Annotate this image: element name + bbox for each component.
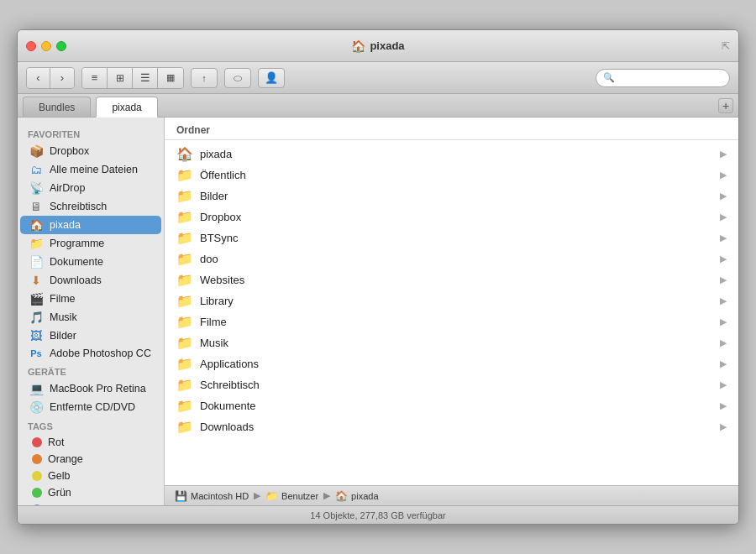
orange-dot — [32, 454, 42, 464]
view-grid-button[interactable]: ⊞ — [108, 68, 133, 88]
search-box[interactable]: 🔍 — [596, 69, 730, 87]
sidebar-label-pixada: pixada — [50, 219, 81, 231]
path-macintosh-hd[interactable]: Macintosh HD — [191, 491, 249, 501]
sidebar: FAVORITEN 📦 Dropbox 🗂 Alle meine Dateien… — [18, 118, 165, 505]
tab-add-button[interactable]: + — [718, 98, 733, 113]
main-area: FAVORITEN 📦 Dropbox 🗂 Alle meine Dateien… — [18, 118, 738, 505]
folder-row-library[interactable]: 📁 Library ▶ — [165, 290, 738, 311]
sidebar-item-rot[interactable]: Rot — [20, 434, 161, 451]
folder-filme-name: Filme — [200, 316, 713, 328]
chevron-dokumente: ▶ — [720, 400, 727, 411]
sidebar-item-gelb[interactable]: Gelb — [20, 468, 161, 484]
sidebar-item-filme[interactable]: 🎬 Filme — [20, 290, 161, 308]
chevron-library: ▶ — [720, 295, 727, 306]
sidebar-item-dokumente[interactable]: 📄 Dokumente — [20, 253, 161, 271]
folder-row-websites[interactable]: 📁 Websites ▶ — [165, 269, 738, 290]
view-cover-button[interactable]: ▦ — [158, 68, 183, 88]
pathbar: 💾 Macintosh HD ▶ 📁 Benutzer ▶ 🏠 pixada — [165, 485, 738, 505]
photoshop-icon: Ps — [29, 348, 44, 358]
sidebar-label-macbook: MacBook Pro Retina — [50, 383, 146, 395]
folder-row-applications[interactable]: 📁 Applications ▶ — [165, 353, 738, 374]
sidebar-section-favoriten: FAVORITEN — [18, 124, 164, 142]
folder-row-dropbox[interactable]: 📁 Dropbox ▶ — [165, 206, 738, 227]
sidebar-item-downloads[interactable]: ⬇ Downloads — [20, 271, 161, 290]
sidebar-section-tags: TAGS — [18, 416, 164, 434]
close-button[interactable] — [26, 41, 36, 51]
nav-buttons: ‹ › — [26, 67, 75, 89]
folder-row-filme[interactable]: 📁 Filme ▶ — [165, 311, 738, 332]
filme-icon: 🎬 — [29, 292, 44, 306]
maximize-button[interactable] — [56, 41, 66, 51]
sidebar-item-orange[interactable]: Orange — [20, 451, 161, 468]
sidebar-item-cd-dvd[interactable]: 💿 Entfernte CD/DVD — [20, 398, 161, 416]
alle-dateien-icon: 🗂 — [29, 163, 44, 176]
sidebar-item-bilder[interactable]: 🖼 Bilder — [20, 327, 161, 345]
search-input[interactable] — [618, 72, 722, 84]
folder-row-schreibtisch[interactable]: 📁 Schreibtisch ▶ — [165, 374, 738, 395]
folder-row-doo[interactable]: 📁 doo ▶ — [165, 248, 738, 269]
chevron-filme: ▶ — [720, 316, 727, 327]
folder-dropbox-name: Dropbox — [200, 211, 713, 223]
folder-row-btsync[interactable]: 📁 BTSync ▶ — [165, 227, 738, 248]
folder-row-oeffentlich[interactable]: 📁 Öffentlich ▶ — [165, 165, 738, 186]
tab-pixada-label: pixada — [112, 102, 141, 113]
tab-bundles[interactable]: Bundles — [23, 97, 91, 117]
sidebar-item-airdrop[interactable]: 📡 AirDrop — [20, 179, 161, 197]
sidebar-item-macbook[interactable]: 💻 MacBook Pro Retina — [20, 379, 161, 398]
folder-row-pixada[interactable]: 🏠 pixada ▶ — [165, 144, 738, 165]
folder-oeffentlich-icon: 📁 — [176, 167, 193, 183]
tab-bundles-label: Bundles — [39, 102, 75, 113]
folder-row-downloads[interactable]: 📁 Downloads ▶ — [165, 416, 738, 437]
minimize-button[interactable] — [41, 41, 51, 51]
folder-downloads-name: Downloads — [200, 421, 713, 433]
chevron-bilder: ▶ — [720, 191, 727, 201]
sidebar-item-alle-dateien[interactable]: 🗂 Alle meine Dateien — [20, 160, 161, 179]
sidebar-item-programme[interactable]: 📁 Programme — [20, 234, 161, 253]
sidebar-label-gelb: Gelb — [48, 470, 70, 482]
sidebar-label-photoshop: Adobe Photoshop CC — [50, 348, 151, 359]
chevron-oeffentlich: ▶ — [720, 170, 727, 180]
sidebar-item-photoshop[interactable]: Ps Adobe Photoshop CC — [20, 345, 161, 362]
view-column-button[interactable]: ☰ — [133, 68, 158, 88]
path-benutzer[interactable]: Benutzer — [281, 491, 318, 501]
tab-pixada[interactable]: pixada — [96, 97, 157, 118]
forward-button[interactable]: › — [50, 68, 74, 88]
cd-dvd-icon: 💿 — [29, 400, 44, 414]
sidebar-section-geraete: GERÄTE — [18, 362, 164, 379]
view-list-button[interactable]: ≡ — [82, 68, 108, 88]
chevron-btsync: ▶ — [720, 233, 727, 243]
sidebar-label-dropbox: Dropbox — [50, 145, 89, 157]
sidebar-item-dropbox[interactable]: 📦 Dropbox — [20, 142, 161, 160]
sidebar-item-musik[interactable]: 🎵 Musik — [20, 308, 161, 327]
finder-window: 🏠 pixada ⇱ ‹ › ≡ ⊞ ☰ ▦ ↑ ⬭ 👤 🔍 Bundles — [17, 29, 739, 525]
avatar-button[interactable]: 👤 — [258, 68, 285, 88]
sidebar-item-pixada[interactable]: 🏠 pixada — [20, 216, 161, 234]
macbook-icon: 💻 — [29, 382, 44, 395]
sidebar-label-gruen: Grün — [48, 487, 71, 499]
folder-applications-name: Applications — [200, 358, 713, 370]
folder-dokumente-icon: 📁 — [176, 398, 193, 414]
folder-pixada-icon: 🏠 — [176, 146, 193, 162]
share-button[interactable]: ↑ — [191, 68, 218, 88]
folder-musik-name: Musik — [200, 337, 713, 349]
tabbar: Bundles pixada + — [18, 94, 738, 118]
folder-row-musik[interactable]: 📁 Musik ▶ — [165, 332, 738, 353]
gruen-dot — [32, 488, 42, 498]
sidebar-item-gruen[interactable]: Grün — [20, 484, 161, 501]
pixada-path-icon: 🏠 — [335, 490, 348, 502]
window-title-text: pixada — [370, 39, 404, 52]
gelb-dot — [32, 471, 42, 481]
path-pixada[interactable]: pixada — [351, 491, 378, 501]
folder-row-bilder[interactable]: 📁 Bilder ▶ — [165, 186, 738, 206]
home-icon: 🏠 — [351, 39, 365, 53]
path-sep-1: ▶ — [254, 490, 260, 501]
back-button[interactable]: ‹ — [27, 68, 50, 88]
folder-row-dokumente[interactable]: 📁 Dokumente ▶ — [165, 395, 738, 416]
sidebar-item-schreibtisch[interactable]: 🖥 Schreibtisch — [20, 197, 161, 216]
schreibtisch-icon: 🖥 — [29, 200, 44, 213]
folder-websites-name: Websites — [200, 274, 713, 286]
sidebar-label-orange: Orange — [48, 453, 83, 465]
folder-bilder-icon: 📁 — [176, 188, 193, 204]
tag-button[interactable]: ⬭ — [224, 68, 251, 88]
dokumente-icon: 📄 — [29, 255, 44, 269]
